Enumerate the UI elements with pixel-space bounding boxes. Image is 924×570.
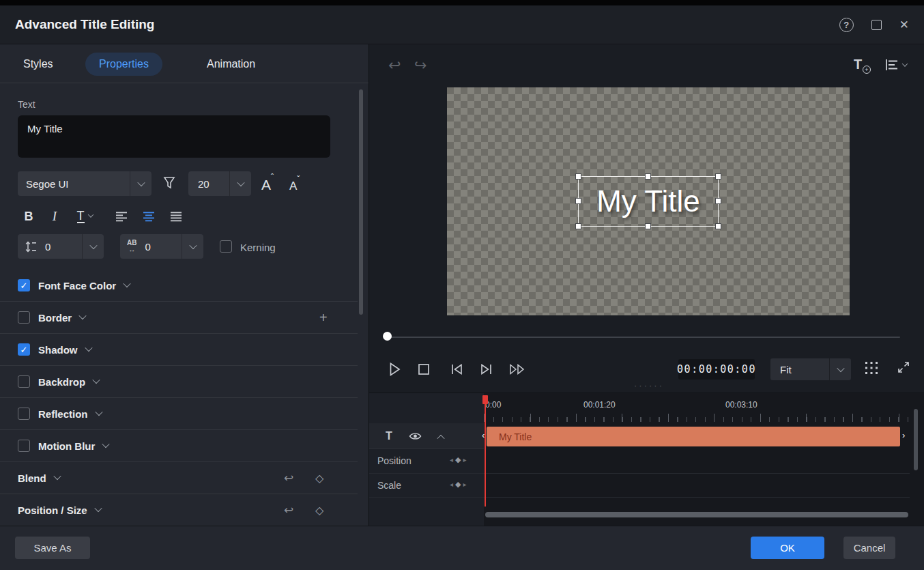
font-filter-icon[interactable] (162, 175, 176, 190)
align-options-dropdown[interactable] (885, 59, 907, 70)
panel-resize-handle[interactable]: ······ (594, 383, 704, 388)
tab-bar: Styles Properties Animation (0, 44, 369, 83)
keyframe-diamond-icon[interactable]: ◇ (315, 504, 323, 517)
section-border[interactable]: Border + (0, 302, 358, 334)
align-center-button[interactable] (141, 205, 157, 227)
next-keyframe-icon[interactable]: ▸ (463, 456, 467, 464)
section-shadow[interactable]: ✓ Shadow (0, 334, 358, 366)
undo-icon[interactable]: ↩ (388, 57, 401, 74)
chevron-down-icon[interactable] (182, 234, 203, 259)
title-text-input[interactable]: My Title (18, 115, 330, 158)
timeline-ruler[interactable]: 0:00 00:01:20 00:03:10 (484, 393, 910, 423)
dialog-title: Advanced Title Editing (15, 17, 154, 32)
reflection-checkbox[interactable] (18, 408, 30, 420)
section-position-size[interactable]: Position / Size ↩ ◇ (0, 494, 358, 526)
zoom-fit-dropdown[interactable]: Fit (770, 358, 851, 380)
chevron-down-icon[interactable] (53, 472, 61, 479)
visibility-eye-icon[interactable] (409, 431, 422, 441)
bold-button[interactable]: B (20, 205, 37, 227)
title-selection-box[interactable]: My Title (578, 176, 719, 227)
keyframe-controls: ◂ ◆ ▸ (450, 480, 467, 489)
decrease-font-size-button[interactable]: Aˇ (289, 175, 300, 193)
fast-forward-button[interactable] (508, 360, 527, 379)
save-as-button[interactable]: Save As (15, 537, 90, 559)
font-face-color-checkbox[interactable]: ✓ (18, 279, 30, 291)
backdrop-checkbox[interactable] (18, 375, 30, 388)
timeline-horizontal-scrollbar[interactable] (485, 512, 908, 517)
chevron-down-icon[interactable] (95, 408, 102, 415)
stop-button[interactable] (414, 360, 433, 379)
letter-spacing-stepper[interactable]: AB ↔ 0 (120, 234, 203, 259)
section-font-face-color[interactable]: ✓ Font Face Color (0, 270, 358, 302)
section-motion-blur[interactable]: Motion Blur (0, 430, 358, 462)
chevron-down-icon[interactable] (130, 171, 151, 196)
playhead-line[interactable] (485, 395, 486, 507)
italic-button[interactable]: I (48, 205, 61, 227)
close-icon[interactable]: ✕ (899, 19, 909, 31)
chevron-down-icon[interactable] (829, 358, 851, 380)
motion-blur-checkbox[interactable] (18, 440, 30, 452)
reset-icon[interactable]: ↩ (284, 471, 293, 485)
section-backdrop[interactable]: Backdrop (0, 366, 358, 398)
resize-handle[interactable] (646, 174, 650, 179)
align-left-button[interactable] (113, 205, 130, 227)
chevron-down-icon[interactable] (102, 440, 110, 447)
prev-keyframe-icon[interactable]: ◂ (450, 456, 453, 464)
add-border-icon[interactable]: + (319, 310, 328, 326)
chevron-down-icon[interactable] (79, 311, 87, 319)
chevron-down-icon[interactable] (82, 234, 104, 259)
section-reflection[interactable]: Reflection (0, 398, 358, 430)
resize-handle[interactable] (576, 174, 581, 179)
line-spacing-stepper[interactable]: 0 (18, 234, 104, 259)
panel-scrollbar[interactable] (359, 89, 363, 315)
reset-icon[interactable]: ↩ (284, 503, 293, 517)
tab-properties[interactable]: Properties (85, 53, 162, 76)
align-justify-button[interactable] (168, 205, 184, 227)
resize-handle[interactable] (646, 224, 650, 229)
maximize-icon[interactable] (871, 20, 882, 30)
kerning-checkbox[interactable] (220, 240, 232, 253)
chevron-down-icon[interactable] (85, 343, 92, 351)
section-blend[interactable]: Blend ↩ ◇ (0, 462, 358, 494)
ok-button[interactable]: OK (751, 537, 824, 559)
preview-seekbar[interactable] (387, 337, 900, 338)
timeline-vertical-scrollbar[interactable] (914, 409, 918, 470)
add-text-icon[interactable]: T+ (854, 57, 862, 72)
cancel-button[interactable]: Cancel (843, 537, 895, 559)
preview-title-text[interactable]: My Title (596, 184, 700, 218)
timeline-clip[interactable]: My Title (487, 427, 900, 446)
chevron-down-icon[interactable] (229, 171, 251, 196)
font-size-dropdown[interactable]: 20 (188, 171, 251, 196)
collapse-track-icon[interactable] (437, 434, 444, 442)
chevron-down-icon[interactable] (124, 279, 131, 287)
tab-styles[interactable]: Styles (20, 53, 56, 76)
chevron-down-icon[interactable] (93, 375, 100, 383)
resize-handle[interactable] (716, 224, 721, 229)
increase-font-size-button[interactable]: Aˆ (261, 173, 274, 193)
next-keyframe-icon[interactable]: ▸ (463, 481, 467, 488)
clip-trim-out-handle[interactable]: › (902, 430, 905, 440)
add-keyframe-icon[interactable]: ◆ (455, 480, 461, 489)
keyframe-diamond-icon[interactable]: ◇ (315, 472, 323, 485)
help-icon[interactable]: ? (839, 18, 854, 32)
resize-handle[interactable] (576, 224, 581, 229)
redo-icon[interactable]: ↪ (414, 57, 427, 74)
prev-keyframe-icon[interactable]: ◂ (450, 481, 453, 488)
shadow-checkbox[interactable]: ✓ (18, 343, 30, 356)
add-keyframe-icon[interactable]: ◆ (455, 455, 461, 464)
grid-snap-icon[interactable] (865, 361, 878, 375)
resize-handle[interactable] (716, 174, 721, 179)
tab-animation[interactable]: Animation (204, 53, 258, 76)
seekbar-knob[interactable] (383, 332, 392, 341)
section-label: Border (38, 312, 72, 324)
next-frame-button[interactable] (477, 360, 496, 379)
resize-handle[interactable] (576, 199, 581, 203)
chevron-down-icon[interactable] (94, 504, 102, 512)
previous-frame-button[interactable] (447, 360, 466, 379)
play-button[interactable] (385, 360, 404, 379)
border-checkbox[interactable] (18, 311, 30, 324)
resize-handle[interactable] (716, 199, 721, 203)
font-family-dropdown[interactable]: Segoe UI (18, 171, 151, 196)
text-style-dropdown[interactable]: T (72, 205, 97, 227)
fullscreen-icon[interactable] (897, 360, 910, 374)
